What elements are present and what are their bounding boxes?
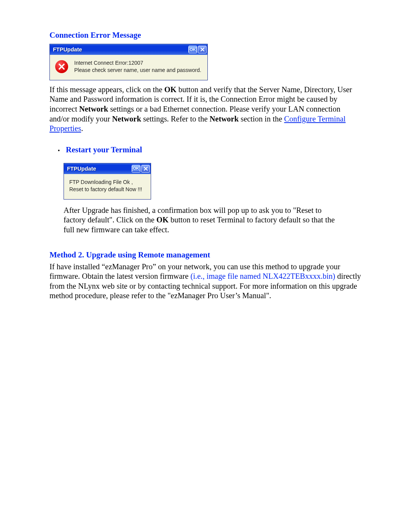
dialog1-close-button[interactable] (198, 46, 207, 53)
dialog2-titlebar: FTPUpdate OK (64, 163, 151, 174)
dialog1-ok-button[interactable]: OK (188, 46, 197, 53)
close-icon (200, 47, 205, 52)
bold-network: Network (112, 115, 141, 123)
ok-icon: OK (132, 166, 140, 171)
close-icon (143, 166, 148, 171)
paragraph-restart-terminal: After Upgrade has finished, a confirmati… (64, 206, 339, 235)
dialog-connection-error: FTPUpdate OK Internet Connect Error:1200… (49, 44, 208, 80)
bold-network: Network (210, 115, 239, 123)
bullet-icon (52, 148, 66, 154)
dialog2-ok-button[interactable]: OK (132, 165, 140, 173)
bullet-restart-terminal: Restart your Terminal (49, 145, 362, 158)
text: section in the (239, 115, 284, 123)
bold-ok: OK (156, 216, 169, 224)
dialog2-body: FTP Downloading File Ok , Reset to facto… (64, 174, 151, 199)
indent-wrap-dialog2: FTPUpdate OK FTP Downloading File Ok , R… (64, 163, 362, 203)
dialog1-body: Internet Connect Error:12007 Please chec… (50, 55, 207, 80)
heading-connection-error: Connection Error Message (49, 30, 362, 40)
text: settings. Refer to the (141, 115, 210, 123)
paragraph-connection-error: If this message appears, click on the OK… (49, 85, 362, 134)
text: . (81, 124, 83, 133)
bold-network: Network (79, 105, 108, 113)
bold-ok: OK (164, 85, 177, 94)
dialog2-message: FTP Downloading File Ok , Reset to facto… (69, 179, 142, 193)
blue-filename: (i.e., image file named NLX422TEBxxxx.bi… (191, 272, 335, 280)
dialog2-close-button[interactable] (141, 165, 150, 173)
dialog1-titlebar: FTPUpdate OK (50, 44, 207, 55)
ok-icon: OK (189, 47, 197, 52)
dialog-restart-terminal: FTPUpdate OK FTP Downloading File Ok , R… (64, 163, 151, 200)
text: If this message appears, click on the (49, 85, 164, 94)
heading-restart-terminal: Restart your Terminal (66, 145, 142, 155)
dialog2-title: FTPUpdate (67, 166, 131, 172)
error-icon (55, 60, 68, 73)
heading-method-2: Method 2. Upgrade using Remote managemen… (49, 250, 362, 260)
paragraph-method-2: If have installed “ezManager Pro” on you… (49, 262, 362, 301)
dialog1-message: Internet Connect Error:12007 Please chec… (74, 59, 201, 74)
dialog1-title: FTPUpdate (53, 46, 188, 53)
